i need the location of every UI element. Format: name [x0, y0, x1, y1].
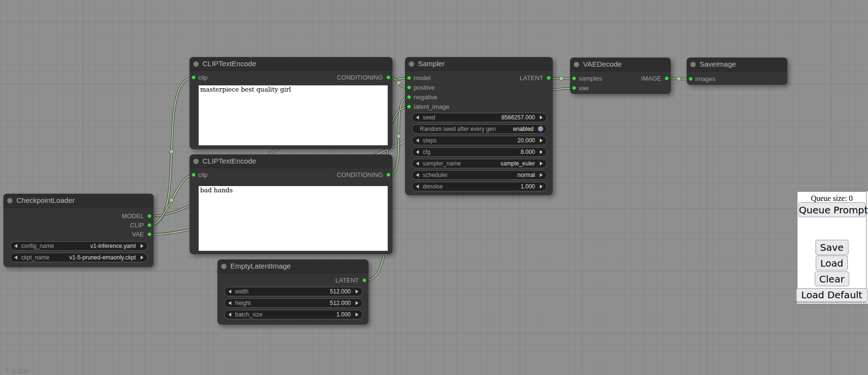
link-midpoint-dot-samples: [559, 76, 563, 81]
collapse-dot[interactable]: [7, 198, 12, 203]
increment-arrow-icon[interactable]: [540, 116, 543, 119]
decrement-arrow-icon[interactable]: [14, 256, 17, 259]
output-label: MODEL: [122, 212, 144, 220]
graph-canvas[interactable]: CheckpointLoaderMODELCLIPVAEconfig_namev…: [0, 0, 868, 375]
node-clip-text-encode-negative[interactable]: CLIPTextEncodeclipCONDITIONINGbad hands: [190, 154, 392, 254]
decrement-arrow-icon[interactable]: [14, 244, 17, 248]
output-dot-model[interactable]: [147, 214, 152, 218]
decrement-arrow-icon[interactable]: [416, 173, 419, 177]
clear-button[interactable]: Clear: [814, 271, 849, 286]
input-label: images: [695, 75, 715, 82]
widget-height[interactable]: height512.000: [224, 298, 363, 308]
node-empty-latent-image[interactable]: EmptyLatentImageLATENTwidth512.000height…: [217, 259, 369, 325]
load-button[interactable]: Load: [816, 256, 848, 270]
node-title-bar[interactable]: Sampler: [405, 57, 553, 71]
widget-label: height: [235, 299, 251, 307]
increment-arrow-icon[interactable]: [356, 313, 358, 316]
collapse-dot[interactable]: [574, 62, 579, 67]
save-button[interactable]: Save: [815, 240, 848, 255]
widget-steps[interactable]: steps20.000: [412, 136, 547, 145]
output-dot-latent[interactable]: [547, 76, 551, 80]
node-checkpoint-loader[interactable]: CheckpointLoaderMODELCLIPVAEconfig_namev…: [3, 194, 154, 267]
decrement-arrow-icon[interactable]: [416, 185, 419, 188]
input-slot-samples: samples: [570, 74, 602, 83]
increment-arrow-icon[interactable]: [540, 173, 543, 177]
increment-arrow-icon[interactable]: [540, 162, 543, 165]
widget-width[interactable]: width512.000: [224, 287, 363, 296]
input-dot-clip[interactable]: [191, 173, 196, 177]
node-title-bar[interactable]: CLIPTextEncode: [190, 57, 392, 71]
decrement-arrow-icon[interactable]: [228, 301, 231, 305]
node-title: CheckpointLoader: [16, 194, 75, 207]
input-label: negative: [414, 94, 437, 101]
input-dot-negative[interactable]: [407, 95, 411, 99]
input-dot-latent-image[interactable]: [407, 105, 411, 109]
queue-prompt-button[interactable]: Queue Prompt: [798, 202, 866, 217]
widget-batch-size[interactable]: batch_size1.000: [224, 310, 363, 319]
input-slot-clip: clip: [190, 73, 208, 82]
node-title-bar[interactable]: CLIPTextEncode: [190, 154, 392, 168]
widget-random-seed-after-every-gen[interactable]: Random seed after every genenabled: [412, 124, 547, 134]
widget-label: width: [235, 287, 249, 296]
output-slot-vae: VAE: [132, 230, 154, 239]
input-slot-positive: positive: [405, 83, 435, 93]
prompt-textarea[interactable]: masterpiece best quality girl: [199, 85, 388, 145]
output-dot-vae[interactable]: [147, 232, 152, 236]
widget-cfg[interactable]: cfg8.000: [412, 147, 547, 157]
node-title-bar[interactable]: CheckpointLoader: [3, 194, 154, 208]
node-title-bar[interactable]: EmptyLatentImage: [217, 259, 369, 273]
input-dot-samples[interactable]: [572, 76, 576, 81]
increment-arrow-icon[interactable]: [356, 301, 358, 305]
widget-sampler-name[interactable]: sampler_namesample_euler: [412, 159, 547, 168]
input-label: latent_image: [414, 103, 449, 110]
collapse-dot[interactable]: [221, 264, 226, 269]
input-dot-model[interactable]: [407, 76, 411, 80]
output-dot-conditioning[interactable]: [386, 173, 391, 177]
decrement-arrow-icon[interactable]: [416, 139, 419, 142]
input-dot-images[interactable]: [689, 77, 693, 81]
widget-denoise[interactable]: denoise1.000: [412, 182, 547, 191]
collapse-dot[interactable]: [193, 159, 199, 164]
increment-arrow-icon[interactable]: [540, 150, 543, 154]
output-dot-conditioning[interactable]: [386, 75, 391, 80]
increment-arrow-icon[interactable]: [141, 256, 143, 259]
input-dot-vae[interactable]: [572, 86, 576, 90]
widget-scheduler[interactable]: schedulernormal: [412, 170, 547, 180]
increment-arrow-icon[interactable]: [141, 244, 143, 248]
load-default-button[interactable]: Load Default: [796, 288, 868, 302]
input-dot-clip[interactable]: [191, 75, 196, 80]
node-clip-text-encode-positive[interactable]: CLIPTextEncodeclipCONDITIONINGmasterpiec…: [190, 57, 392, 149]
link-midpoint-dot-positive: [396, 81, 401, 85]
decrement-arrow-icon[interactable]: [416, 150, 419, 154]
node-vae-decode[interactable]: VAEDecodesamplesvaeIMAGE: [570, 58, 671, 94]
increment-arrow-icon[interactable]: [540, 139, 543, 142]
collapse-dot[interactable]: [409, 61, 414, 67]
output-dot-image[interactable]: [665, 76, 669, 81]
toggle-knob-icon[interactable]: [538, 126, 543, 131]
prompt-textarea[interactable]: bad hands: [199, 186, 388, 251]
widget-label: Random seed after every gen: [420, 125, 496, 133]
widget-seed[interactable]: seed8566257.000: [412, 113, 547, 122]
output-label: CLIP: [130, 222, 144, 229]
output-dot-latent[interactable]: [362, 278, 367, 282]
increment-arrow-icon[interactable]: [356, 290, 358, 293]
node-title-bar[interactable]: VAEDecode: [570, 58, 671, 71]
widget-config-name[interactable]: config_namev1-inference.yaml: [10, 241, 148, 251]
widget-ckpt-name[interactable]: ckpt_namev1-5-pruned-emaonly.ckpt: [10, 253, 148, 262]
widget-label: batch_size: [235, 310, 262, 319]
decrement-arrow-icon[interactable]: [228, 290, 231, 293]
decrement-arrow-icon[interactable]: [228, 313, 231, 316]
widget-label: config_name: [21, 242, 54, 250]
decrement-arrow-icon[interactable]: [416, 162, 419, 165]
node-save-image[interactable]: SaveImageimages: [687, 58, 787, 85]
decrement-arrow-icon[interactable]: [416, 116, 419, 119]
collapse-dot[interactable]: [690, 62, 696, 67]
increment-arrow-icon[interactable]: [540, 185, 543, 188]
input-slot-negative: negative: [405, 93, 437, 102]
node-title-bar[interactable]: SaveImage: [687, 58, 787, 71]
input-dot-positive[interactable]: [407, 85, 411, 90]
output-dot-clip[interactable]: [147, 223, 152, 227]
input-label: vae: [579, 84, 589, 92]
collapse-dot[interactable]: [193, 61, 199, 67]
node-sampler[interactable]: Samplermodelpositivenegativelatent_image…: [405, 57, 553, 195]
